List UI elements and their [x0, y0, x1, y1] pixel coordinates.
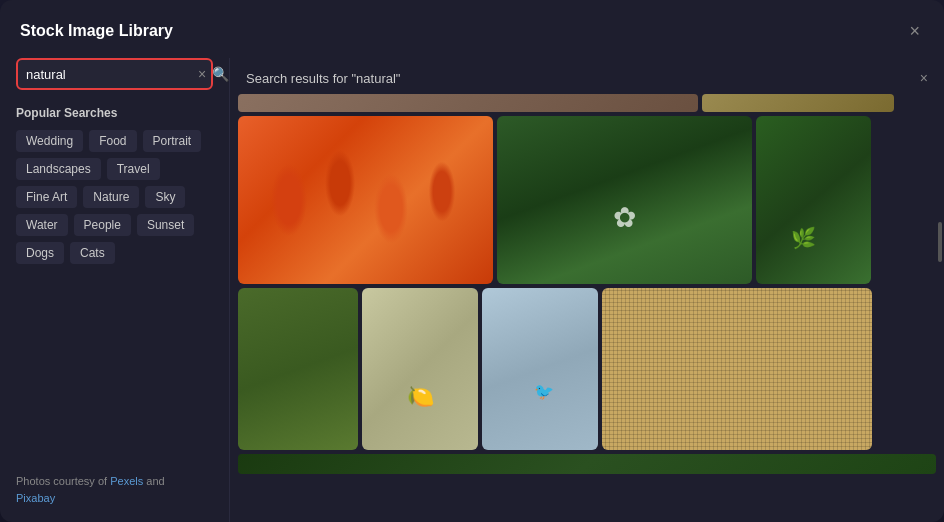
- partial-image-1[interactable]: [238, 94, 698, 112]
- tag-sunset[interactable]: Sunset: [137, 214, 194, 236]
- tag-cats[interactable]: Cats: [70, 242, 115, 264]
- image-row-2: [238, 288, 936, 450]
- results-title: Search results for "natural": [246, 71, 920, 86]
- image-bird[interactable]: [482, 288, 598, 450]
- results-close-button[interactable]: ×: [920, 70, 928, 86]
- tag-landscapes[interactable]: Landscapes: [16, 158, 101, 180]
- tag-nature[interactable]: Nature: [83, 186, 139, 208]
- image-woman-garden[interactable]: [756, 116, 871, 284]
- image-burlap[interactable]: [602, 288, 872, 450]
- pixabay-link[interactable]: Pixabay: [16, 492, 55, 504]
- tag-water[interactable]: Water: [16, 214, 68, 236]
- tag-food[interactable]: Food: [89, 130, 136, 152]
- tags-container: Wedding Food Portrait Landscapes Travel …: [16, 130, 213, 264]
- tag-travel[interactable]: Travel: [107, 158, 160, 180]
- search-icon: 🔍: [212, 66, 229, 82]
- search-input[interactable]: [26, 67, 194, 82]
- image-row-1: [238, 116, 936, 284]
- popular-searches-label: Popular Searches: [16, 106, 213, 120]
- dialog-body: × 🔍 Popular Searches Wedding Food Portra…: [0, 58, 944, 522]
- tag-sky[interactable]: Sky: [145, 186, 185, 208]
- pexels-link[interactable]: Pexels: [110, 475, 143, 487]
- image-wheat[interactable]: [238, 288, 358, 450]
- tag-fine-art[interactable]: Fine Art: [16, 186, 77, 208]
- image-dandelion[interactable]: [497, 116, 752, 284]
- stock-image-library-dialog: Stock Image Library × × 🔍 Popular Search…: [0, 0, 944, 522]
- top-partial-row: [238, 94, 936, 112]
- partial-image-bottom[interactable]: [238, 454, 936, 474]
- footer-text-before: Photos courtesy of: [16, 475, 110, 487]
- image-grid-wrapper[interactable]: [230, 94, 944, 522]
- tag-wedding[interactable]: Wedding: [16, 130, 83, 152]
- scrollbar-thumb[interactable]: [938, 222, 942, 262]
- sidebar-footer: Photos courtesy of Pexels and Pixabay: [16, 461, 213, 506]
- partial-image-2[interactable]: [702, 94, 894, 112]
- tag-dogs[interactable]: Dogs: [16, 242, 64, 264]
- search-box: × 🔍: [16, 58, 213, 90]
- image-carrots[interactable]: [238, 116, 493, 284]
- tag-people[interactable]: People: [74, 214, 131, 236]
- search-submit-button[interactable]: 🔍: [210, 66, 231, 82]
- dialog-header: Stock Image Library ×: [0, 0, 944, 58]
- search-clear-button[interactable]: ×: [194, 66, 210, 82]
- results-header: Search results for "natural" ×: [230, 58, 944, 94]
- dialog-title: Stock Image Library: [20, 22, 173, 40]
- bottom-partial-row: [238, 454, 936, 474]
- main-content: Search results for "natural" ×: [230, 58, 944, 522]
- footer-text-middle: and: [143, 475, 164, 487]
- close-button[interactable]: ×: [905, 18, 924, 44]
- image-lemons[interactable]: [362, 288, 478, 450]
- sidebar: × 🔍 Popular Searches Wedding Food Portra…: [0, 58, 230, 522]
- tag-portrait[interactable]: Portrait: [143, 130, 202, 152]
